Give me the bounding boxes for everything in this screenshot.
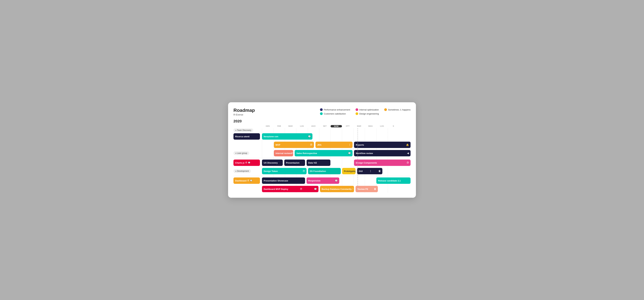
bar-presentazion[interactable]: Presentazion [284,159,305,166]
bars-lean-group: Internal review 🏷 Sales Retrospective 💬 … [262,150,410,157]
group-name-td: Team Discovery [237,129,251,132]
bars-deploy: Dashboard MVP Deploy ⏱ 💬 Backup Database… [262,185,410,193]
legend-label-customers: Customers satisfaction [324,113,346,115]
gantt-area: ▾ Team Discovery Ricerca utenti Iterazio… [234,128,410,193]
chat-icon-sales: 💬 [348,152,351,154]
bar-pres-showcase[interactable]: Presentation Showcase [262,177,305,184]
tag-icon-review: 🏷 [291,152,293,154]
bar-ux-label: UX Discovery [264,161,278,164]
bars-dev: Design Token ⏱ DS Foundtation Prototypin… [262,167,410,175]
bar-data-viz[interactable]: Data VIZ [306,159,330,166]
bars-dashboard: Presentation Showcase Responsive 💬 Relea… [262,177,410,184]
header: Roadmap R-Everse Performance enhancement… [234,108,410,116]
group-label-cell-td: ▾ Team Discovery [234,128,262,132]
bar-responsive-label: Responsive [308,179,320,182]
divider-2 [234,176,410,176]
legend-label-sometimes: Sometimes ⚠ happens [388,109,410,111]
chat-icon-dash: 💬 [250,179,252,182]
month-ago: AGO [308,125,319,127]
bar-review-fe-label: Review FE [357,188,368,190]
bar-review-fe[interactable]: Review FE 🗑 [356,186,378,192]
arrow-icon-lean: ▾ [236,152,236,154]
month-lug2: LUG [376,125,388,127]
trash-icon-review-fe: 🗑 [374,188,376,190]
row-dev-group: ▾ Development Design Token ⏱ DS Foundtat… [234,167,410,175]
arrow-icon-td: ▾ [236,129,236,131]
legend-dot-intopt [356,108,358,111]
bar-internal-review[interactable]: Internal review 🏷 [274,150,293,156]
bar-responsive[interactable]: Responsive 💬 [306,177,339,184]
group-team-discovery[interactable]: ▾ Team Discovery [234,128,410,132]
legend-label-design: Design engeneering [360,113,379,115]
bar-design-components[interactable]: Design Components ⏱ [354,159,410,166]
bar-reports[interactable]: Reports 🔔 [354,142,410,148]
bell-icon-reports: 🔔 [406,144,409,146]
bar-workflow-review[interactable]: Workflow review ◀ [354,150,410,156]
bar-charts-js[interactable]: Charts js ⏱ 💬 [234,159,260,166]
bar-iterazione[interactable]: Iterazione con 💬 [262,133,312,140]
arrow-icon-workflow: ◀ [407,152,409,154]
group-label-lean[interactable]: ▾ Lean group [234,151,249,155]
clock-icon-mvp: ⏱ [310,144,312,146]
bar-mvp[interactable]: MVP ⏱ [274,142,314,148]
bar-pres-showcase-label: Presentation Showcase [264,179,288,182]
legend-label-intopt: Internal optimization [360,109,379,111]
legend-item-intopt: Internal optimization [356,108,379,111]
legend-dot-customers [320,112,323,115]
legend-dot-sometimes [384,108,387,111]
left-col-charts: Charts js ⏱ 💬 [234,159,262,166]
row-dashboard: Dashboard ⏱ 💬 Presentation Showcase Resp… [234,177,410,184]
bar-mvp-label: MVP [276,144,280,146]
bar-design-components-label: Design Components [356,161,377,164]
legend-item-design: Design engeneering [356,112,379,115]
bar-mvp-deploy-label: Dashboard MVP Deploy [264,188,288,190]
row-mvp: MVP ⏱ JRA ⋮ Reports 🔔 [234,141,410,149]
bar-prototyping-label: Prototyping [344,170,356,172]
page-title: Roadmap [234,108,255,113]
clock-icon-deploy: ⏱ [300,188,302,190]
bar-prototyping[interactable]: Prototyping [342,168,356,174]
group-label-td[interactable]: ▾ Team Discovery [234,128,253,132]
month-s: S [388,125,399,127]
bar-workflow-label: Workflow review [356,152,373,154]
dots-icon-gui: ⋮ [369,170,372,172]
legend-dot-design [356,112,358,115]
bar-gui[interactable]: GUI ⋮ 🗑 [357,168,382,174]
legend-label-perf: Performance enhancement [324,109,350,111]
chat-icon-resp: 💬 [335,179,338,182]
clock-icon-charts: ⏱ [245,161,247,164]
year-label: 2020 [234,119,410,123]
legend-item-perf: Performance enhancement [320,108,350,111]
bar-mvp-deploy[interactable]: Dashboard MVP Deploy ⏱ 💬 [262,186,318,192]
trash-icon-gui: 🗑 [378,170,381,172]
bars-mvp: MVP ⏱ JRA ⋮ Reports 🔔 [262,141,410,149]
clock-icon-dt: ⏱ [302,170,305,172]
group-label-dev[interactable]: ▾ Development [234,169,251,173]
month-row: GEN FEB MAR LUG AGO SET NOW OTT MAR MAG … [234,125,410,127]
bar-dashboard[interactable]: Dashboard ⏱ 💬 [234,177,260,184]
group-name-dev: Development [237,170,249,172]
group-lean-row[interactable]: ▾ Lean group Internal review 🏷 Sales Ret… [234,150,410,157]
bar-dashboard-label: Dashboard [235,179,246,182]
group-label-cell-dev: ▾ Development [234,169,262,173]
month-lug1: LUG [296,125,308,127]
group-name-lean: Lean group [237,152,247,154]
bar-sales-retro[interactable]: Sales Retrospective 💬 [295,150,353,156]
bar-design-token[interactable]: Design Token ⏱ [262,168,306,174]
month-ott: OTT [342,125,353,127]
bar-jra[interactable]: JRA ⋮ [316,142,353,148]
bar-ricerca-label: Ricerca utenti [235,135,250,138]
bar-backup-db[interactable]: Backup Database Constantly ⋮ [320,186,354,192]
month-mar1: MAR [285,125,296,127]
bar-design-token-label: Design Token [264,170,278,172]
now-line [358,128,358,193]
bar-release-candidate[interactable]: Release candidate 2.1 [376,177,410,184]
bar-ux-discovery[interactable]: UX Discovery [262,159,283,166]
bar-ricerca-utenti[interactable]: Ricerca utenti [234,133,260,140]
bar-internal-review-label: Internal review [276,152,291,154]
bar-release-label: Release candidate 2.1 [378,179,401,182]
bar-ds-foundtation[interactable]: DS Foundtation [308,168,341,174]
row-charts: Charts js ⏱ 💬 UX Discovery Presentazion [234,159,410,166]
bar-backup-label: Backup Database Constantly [322,188,352,190]
bar-jra-label: JRA [317,144,322,146]
